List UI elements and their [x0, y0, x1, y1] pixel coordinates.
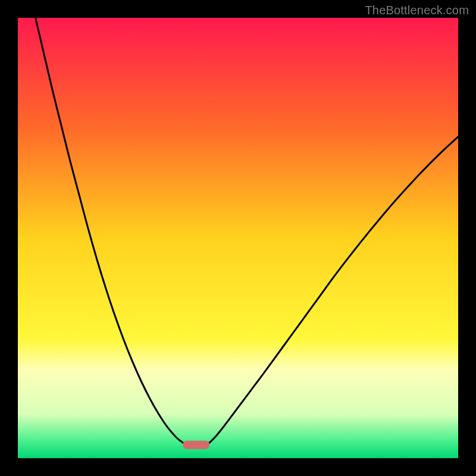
bottleneck-marker — [183, 441, 209, 449]
gradient-background — [18, 18, 458, 458]
chart-frame — [18, 18, 458, 458]
watermark-text: TheBottleneck.com — [365, 4, 469, 17]
bottleneck-chart — [18, 18, 458, 458]
